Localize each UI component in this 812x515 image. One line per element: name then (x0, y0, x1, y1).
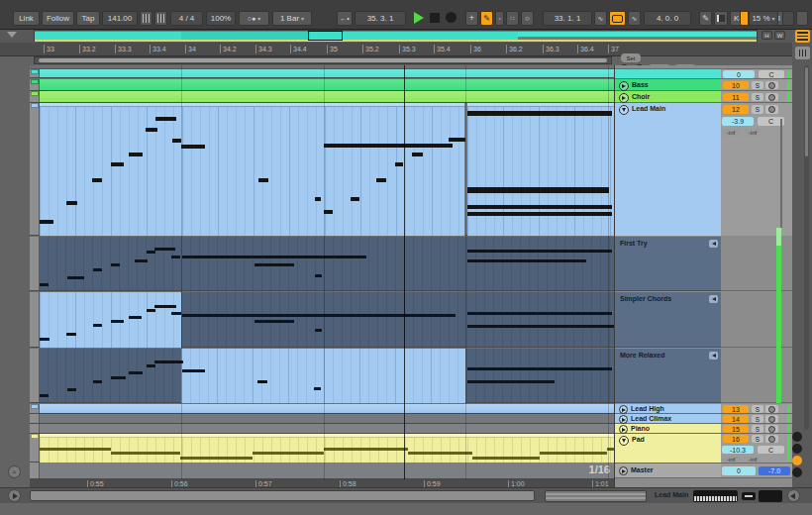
track-header-hidden-top[interactable]: 0 C (615, 69, 793, 79)
midi-note[interactable] (155, 117, 176, 121)
solo-button[interactable]: S (752, 81, 763, 89)
midi-note[interactable] (395, 162, 403, 166)
midi-note[interactable] (467, 312, 612, 315)
track-name-cell[interactable]: Pad (615, 434, 721, 463)
solo-button[interactable]: S (752, 435, 763, 443)
midi-note[interactable] (129, 371, 143, 374)
arm-button[interactable] (765, 105, 778, 114)
take-lane-header-simpler-chords[interactable]: Simpler Chords (615, 292, 792, 348)
midi-note[interactable] (40, 338, 50, 341)
midi-note[interactable] (67, 388, 76, 391)
midi-note[interactable] (147, 364, 155, 367)
show-info-view-button[interactable] (8, 489, 21, 502)
track-row-pad[interactable] (30, 434, 614, 463)
track-activator-button[interactable]: 13 (723, 405, 749, 413)
take-lane-first-try[interactable] (30, 237, 614, 291)
panel-toggle-button[interactable] (792, 467, 802, 477)
fold-icon[interactable] (619, 415, 628, 424)
midi-note[interactable] (66, 333, 76, 336)
panel-toggle-button[interactable] (792, 432, 802, 442)
punch-out-button[interactable]: ∿ (628, 11, 641, 26)
cpu-load-field[interactable]: 15 %▾ (749, 11, 778, 26)
midi-note[interactable] (135, 259, 148, 262)
midi-note[interactable] (92, 178, 102, 182)
track-activator-button[interactable]: 14 (723, 415, 749, 423)
tap-tempo-button[interactable]: Tap (76, 11, 100, 26)
lane-name-cell[interactable]: First Try (615, 237, 721, 291)
meter-peak-right[interactable]: -inf (744, 129, 761, 137)
track-row-hidden-top[interactable] (30, 69, 614, 78)
arm-button[interactable] (765, 93, 778, 101)
track-row-lead-main[interactable] (30, 103, 614, 236)
show-detail-view-button[interactable] (787, 489, 800, 502)
horizontal-zoom-scrollbar[interactable] (34, 56, 612, 64)
midi-note[interactable] (181, 145, 205, 149)
fold-icon[interactable] (619, 466, 628, 475)
midi-note[interactable] (40, 220, 53, 224)
play-button[interactable] (414, 12, 424, 24)
status-scrollbar[interactable] (30, 490, 535, 501)
vertical-scrollbar[interactable] (804, 65, 809, 430)
midi-note[interactable] (111, 263, 120, 266)
midi-note[interactable] (254, 263, 294, 266)
midi-note[interactable] (182, 369, 205, 372)
track-row-piano[interactable] (30, 424, 614, 434)
midi-note[interactable] (182, 256, 366, 258)
track-header-piano[interactable]: Piano 15 S (615, 424, 792, 434)
volume-fader-track[interactable] (780, 119, 782, 228)
midi-note[interactable] (315, 197, 321, 201)
midi-note[interactable] (467, 212, 612, 216)
arm-button[interactable] (765, 425, 778, 433)
loop-length-field[interactable]: 4. 0. 0 (644, 11, 691, 26)
volume-field[interactable]: 0 (723, 70, 755, 78)
set-locator-button[interactable]: Set (621, 53, 641, 62)
midi-note[interactable] (182, 314, 456, 317)
zoom-back-button[interactable]: ≈ (8, 465, 21, 478)
nudge-down-button[interactable] (140, 11, 152, 26)
midi-note[interactable] (467, 367, 612, 370)
track-row-choir[interactable] (30, 91, 614, 103)
record-quantize-menu[interactable]: 1 Bar▾ (272, 11, 312, 26)
fold-icon[interactable] (619, 81, 629, 91)
optimize-width-button[interactable]: W (774, 31, 785, 40)
track-name-cell[interactable]: Lead Climax (615, 414, 721, 423)
midi-note[interactable] (171, 312, 181, 315)
arm-button[interactable] (765, 435, 778, 443)
track-activator-button[interactable]: 15 (723, 425, 749, 433)
scrollbar-handle[interactable] (39, 58, 607, 62)
track-name-cell[interactable]: Piano (615, 424, 721, 433)
loop-button[interactable] (609, 11, 626, 26)
midi-overdub-button[interactable]: + (465, 11, 478, 26)
track-header-lead-climax[interactable]: Lead Climax 14 S (615, 414, 792, 424)
midi-note[interactable] (40, 448, 111, 451)
solo-button[interactable]: S (752, 105, 763, 114)
midi-note[interactable] (467, 325, 614, 328)
track-color-cell[interactable] (615, 69, 721, 78)
midi-note[interactable] (154, 248, 175, 251)
track-header-master[interactable]: Master 0 -7.0 (615, 464, 792, 478)
fold-icon[interactable] (619, 405, 628, 414)
midi-note[interactable] (111, 162, 124, 166)
arm-button[interactable] (765, 405, 778, 413)
overview-view-rect[interactable] (308, 31, 343, 41)
lane-name-cell[interactable]: More Relaxed (615, 349, 721, 403)
midi-note[interactable] (467, 250, 612, 253)
volume-field[interactable]: -10.3 (722, 446, 754, 454)
midi-note[interactable] (40, 394, 49, 397)
midi-note[interactable] (147, 309, 155, 312)
track-row-lead-high[interactable] (30, 404, 614, 414)
playhead[interactable] (404, 65, 405, 479)
draw-mode-button[interactable]: ✎ (699, 11, 712, 26)
disk-overload-indicator[interactable] (782, 11, 794, 26)
arrangement-timeline[interactable]: 1/16 0:550:560:570:580:591:001:01 (30, 65, 614, 487)
time-seconds-ruler[interactable]: 0:550:560:570:580:591:001:01 (30, 479, 614, 487)
track-activator-button[interactable]: 12 (723, 105, 749, 114)
loop-start-field[interactable]: 33. 1. 1 (543, 11, 592, 26)
track-name-cell[interactable]: Choir (615, 91, 721, 102)
metronome-button[interactable]: ○●▾ (239, 11, 269, 26)
midi-note[interactable] (154, 305, 176, 308)
midi-note[interactable] (40, 283, 49, 286)
clip-choir[interactable] (40, 91, 614, 102)
fold-icon[interactable] (619, 425, 628, 434)
midi-note[interactable] (376, 178, 386, 182)
